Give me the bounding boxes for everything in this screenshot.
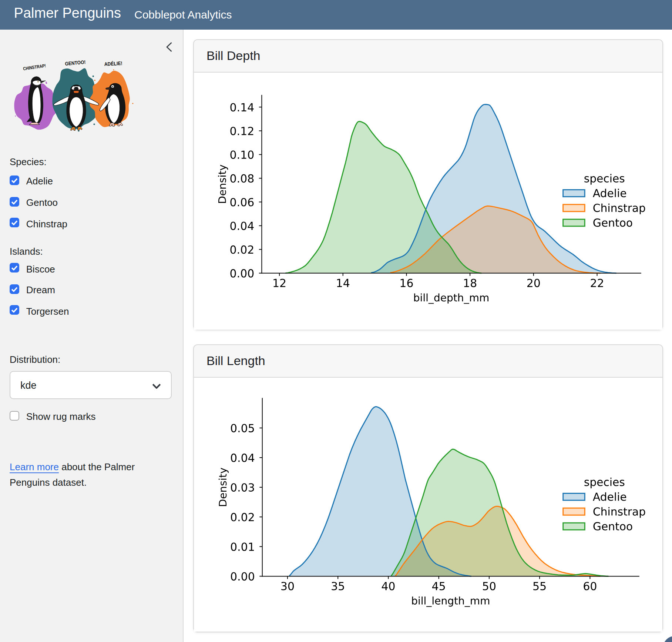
svg-text:GENTOO!: GENTOO! bbox=[65, 59, 86, 67]
svg-text:ADÉLIE!: ADÉLIE! bbox=[104, 60, 122, 67]
svg-text:CHINSTRAP!: CHINSTRAP! bbox=[23, 63, 46, 71]
